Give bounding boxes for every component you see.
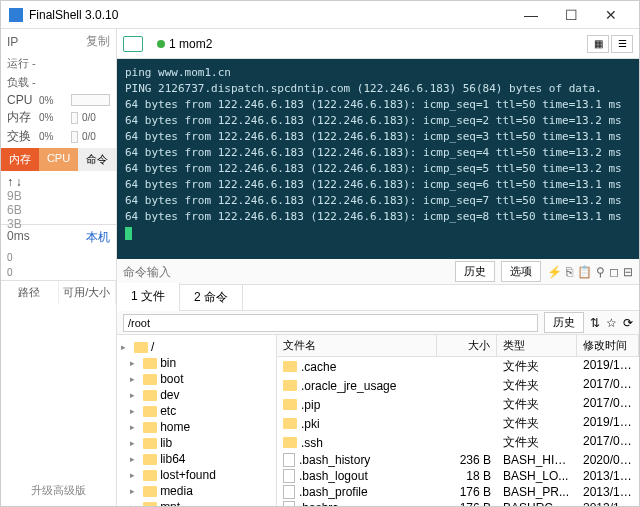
file-list[interactable]: 文件名 大小 类型 修改时间 .cache文件夹2019/12/22 23:30… bbox=[277, 335, 639, 506]
tree-node[interactable]: ▸lib64 bbox=[119, 451, 274, 467]
swap-pct: 0% bbox=[39, 131, 67, 142]
file-row[interactable]: .pip文件夹2017/08/18 12:00 bbox=[277, 395, 639, 414]
local-label[interactable]: 本机 bbox=[86, 229, 110, 246]
tree-node[interactable]: ▸mnt bbox=[119, 499, 274, 506]
tree-node[interactable]: ▸/ bbox=[119, 339, 274, 355]
tree-node[interactable]: ▸lib bbox=[119, 435, 274, 451]
file-row[interactable]: .bash_profile176 BBASH_PR...2013/12/29 1… bbox=[277, 484, 639, 500]
history-button[interactable]: 历史 bbox=[455, 261, 495, 282]
mem-r: 0/0 bbox=[82, 112, 110, 123]
path-history-button[interactable]: 历史 bbox=[544, 312, 584, 333]
sidebar: IP复制 运行 - 负载 - CPU0% 内存0%0/0 交换0%0/0 内存 … bbox=[1, 29, 117, 506]
cpu-bar bbox=[71, 94, 110, 106]
tree-node[interactable]: ▸boot bbox=[119, 371, 274, 387]
up-arrow-icon: ↑ bbox=[7, 175, 13, 189]
paste-icon[interactable]: 📋 bbox=[577, 265, 592, 279]
ping-ms: 0ms bbox=[7, 229, 30, 246]
split-view-icon[interactable]: ☰ bbox=[611, 35, 633, 53]
cpu-pct: 0% bbox=[39, 95, 67, 106]
col-mtime[interactable]: 修改时间 bbox=[577, 335, 639, 356]
copy-button[interactable]: 复制 bbox=[86, 33, 110, 50]
tree-node[interactable]: ▸etc bbox=[119, 403, 274, 419]
folder-icon[interactable] bbox=[123, 36, 143, 52]
refresh-icon[interactable]: ⟳ bbox=[623, 316, 633, 330]
chart-area: ↑ ↓ 9B 6B 3B bbox=[1, 171, 116, 225]
tree-node[interactable]: ▸bin bbox=[119, 355, 274, 371]
grid-view-icon[interactable]: ▦ bbox=[587, 35, 609, 53]
app-icon bbox=[9, 8, 23, 22]
square-icon[interactable]: ◻ bbox=[609, 265, 619, 279]
ip-label: IP bbox=[7, 35, 18, 49]
swap-r: 0/0 bbox=[82, 131, 110, 142]
mem-label: 内存 bbox=[7, 109, 35, 126]
status-dot-icon bbox=[157, 40, 165, 48]
swap-label: 交换 bbox=[7, 128, 35, 145]
copy-icon[interactable]: ⎘ bbox=[566, 265, 573, 279]
file-header[interactable]: 文件名 大小 类型 修改时间 bbox=[277, 335, 639, 357]
swap-bar bbox=[71, 131, 78, 143]
session-tab[interactable]: 1 mom2 bbox=[149, 33, 220, 55]
tab-cpu[interactable]: CPU bbox=[39, 148, 77, 171]
close-button[interactable]: ✕ bbox=[591, 7, 631, 23]
route-label[interactable]: 路径 bbox=[1, 281, 59, 304]
tree-node[interactable]: ▸home bbox=[119, 419, 274, 435]
tree-node[interactable]: ▸media bbox=[119, 483, 274, 499]
mem-bar bbox=[71, 112, 78, 124]
usable-label[interactable]: 可用/大小 bbox=[59, 281, 117, 304]
file-row[interactable]: .bash_logout18 BBASH_LO...2013/12/29 10:… bbox=[277, 468, 639, 484]
file-tab-2[interactable]: 2 命令 bbox=[180, 284, 243, 311]
file-row[interactable]: .pki文件夹2019/12/22 22:42 bbox=[277, 414, 639, 433]
search-icon[interactable]: ⚲ bbox=[596, 265, 605, 279]
load-status: 负载 - bbox=[1, 73, 116, 92]
options-button[interactable]: 选项 bbox=[501, 261, 541, 282]
upgrade-link[interactable]: 升级高级版 bbox=[1, 475, 116, 506]
tab-memory[interactable]: 内存 bbox=[1, 148, 39, 171]
file-row[interactable]: .ssh文件夹2017/09/11 20:50 bbox=[277, 433, 639, 452]
folder-tree[interactable]: ▸/ ▸bin ▸boot ▸dev ▸etc ▸home ▸lib ▸lib6… bbox=[117, 335, 277, 506]
run-status: 运行 - bbox=[1, 54, 116, 73]
tab-cmd[interactable]: 命令 bbox=[78, 148, 116, 171]
sort-icon[interactable]: ⇅ bbox=[590, 316, 600, 330]
file-tab-1[interactable]: 1 文件 bbox=[117, 283, 180, 312]
down-arrow-icon: ↓ bbox=[16, 175, 22, 189]
col-name[interactable]: 文件名 bbox=[277, 335, 437, 356]
cpu-label: CPU bbox=[7, 93, 35, 107]
maximize-button[interactable]: ☐ bbox=[551, 7, 591, 23]
command-input[interactable] bbox=[123, 265, 449, 279]
file-row[interactable]: .bashrc176 BBASHRC ...2013/12/29 10:26 bbox=[277, 500, 639, 506]
terminal[interactable]: ping www.mom1.cnPING 2126737.dispatch.sp… bbox=[117, 59, 639, 259]
file-row[interactable]: .cache文件夹2019/12/22 23:30 bbox=[277, 357, 639, 376]
mem-pct: 0% bbox=[39, 112, 67, 123]
titlebar: FinalShell 3.0.10 — ☐ ✕ bbox=[1, 1, 639, 29]
file-row[interactable]: .oracle_jre_usage文件夹2017/08/23 22:26 bbox=[277, 376, 639, 395]
lightning-icon[interactable]: ⚡ bbox=[547, 265, 562, 279]
file-row[interactable]: .bash_history236 BBASH_HIS...2020/01/01 … bbox=[277, 452, 639, 468]
clear-icon[interactable]: ⊟ bbox=[623, 265, 633, 279]
path-input[interactable] bbox=[123, 314, 538, 332]
tree-node[interactable]: ▸lost+found bbox=[119, 467, 274, 483]
col-type[interactable]: 类型 bbox=[497, 335, 577, 356]
star-icon[interactable]: ☆ bbox=[606, 316, 617, 330]
col-size[interactable]: 大小 bbox=[437, 335, 497, 356]
window-title: FinalShell 3.0.10 bbox=[29, 8, 511, 22]
tree-node[interactable]: ▸dev bbox=[119, 387, 274, 403]
minimize-button[interactable]: — bbox=[511, 7, 551, 23]
